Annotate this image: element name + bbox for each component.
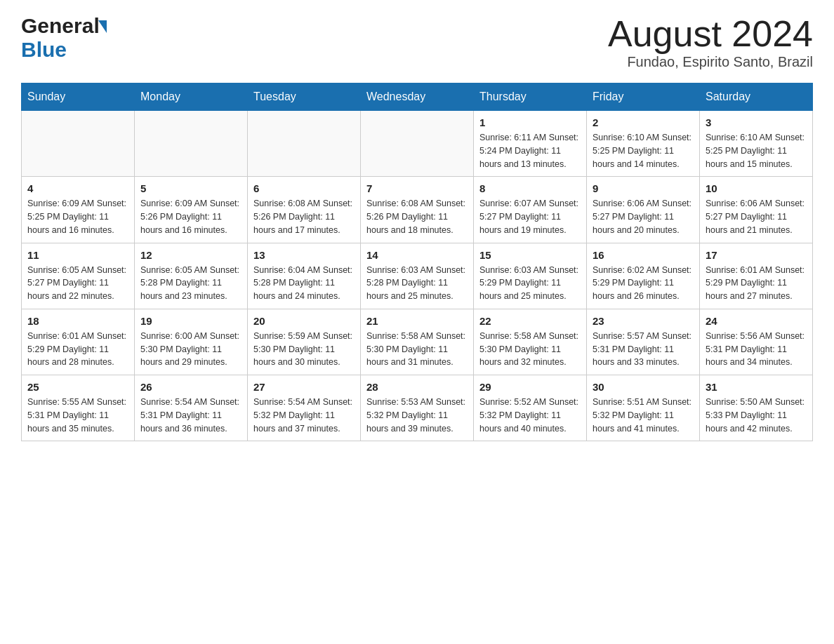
day-number: 19	[140, 315, 241, 327]
table-row: 17Sunrise: 6:01 AM Sunset: 5:29 PM Dayli…	[700, 243, 813, 309]
day-number: 12	[140, 249, 241, 261]
day-info: Sunrise: 6:06 AM Sunset: 5:27 PM Dayligh…	[706, 197, 807, 236]
table-row: 2Sunrise: 6:10 AM Sunset: 5:25 PM Daylig…	[587, 111, 700, 177]
day-number: 29	[479, 381, 581, 393]
day-info: Sunrise: 6:09 AM Sunset: 5:25 PM Dayligh…	[27, 197, 128, 236]
day-info: Sunrise: 6:01 AM Sunset: 5:29 PM Dayligh…	[27, 330, 128, 369]
table-row: 13Sunrise: 6:04 AM Sunset: 5:28 PM Dayli…	[248, 243, 361, 309]
table-row	[135, 111, 248, 177]
calendar-week-row: 11Sunrise: 6:05 AM Sunset: 5:27 PM Dayli…	[22, 243, 813, 309]
table-row: 30Sunrise: 5:51 AM Sunset: 5:32 PM Dayli…	[587, 375, 700, 441]
day-info: Sunrise: 6:06 AM Sunset: 5:27 PM Dayligh…	[593, 197, 694, 236]
day-info: Sunrise: 5:58 AM Sunset: 5:30 PM Dayligh…	[479, 330, 581, 369]
table-row: 27Sunrise: 5:54 AM Sunset: 5:32 PM Dayli…	[248, 375, 361, 441]
day-number: 22	[479, 315, 581, 327]
day-info: Sunrise: 6:07 AM Sunset: 5:27 PM Dayligh…	[479, 197, 581, 236]
table-row: 21Sunrise: 5:58 AM Sunset: 5:30 PM Dayli…	[361, 309, 474, 375]
calendar-title: August 2024	[608, 14, 813, 54]
header-saturday: Saturday	[700, 83, 813, 111]
calendar-week-row: 1Sunrise: 6:11 AM Sunset: 5:24 PM Daylig…	[22, 111, 813, 177]
calendar-table: Sunday Monday Tuesday Wednesday Thursday…	[21, 83, 813, 441]
day-info: Sunrise: 6:08 AM Sunset: 5:26 PM Dayligh…	[366, 197, 468, 236]
day-number: 15	[479, 249, 581, 261]
day-number: 11	[27, 249, 128, 261]
day-number: 16	[593, 249, 694, 261]
header-monday: Monday	[135, 83, 248, 111]
page-header: General Blue August 2024 Fundao, Espirit…	[21, 14, 813, 70]
table-row: 14Sunrise: 6:03 AM Sunset: 5:28 PM Dayli…	[361, 243, 474, 309]
table-row	[361, 111, 474, 177]
table-row: 28Sunrise: 5:53 AM Sunset: 5:32 PM Dayli…	[361, 375, 474, 441]
day-number: 27	[253, 381, 355, 393]
table-row: 6Sunrise: 6:08 AM Sunset: 5:26 PM Daylig…	[248, 177, 361, 243]
day-number: 2	[593, 116, 694, 128]
header-friday: Friday	[587, 83, 700, 111]
title-block: August 2024 Fundao, Espirito Santo, Braz…	[608, 14, 813, 70]
table-row: 23Sunrise: 5:57 AM Sunset: 5:31 PM Dayli…	[587, 309, 700, 375]
day-info: Sunrise: 6:09 AM Sunset: 5:26 PM Dayligh…	[140, 197, 241, 236]
calendar-subtitle: Fundao, Espirito Santo, Brazil	[608, 54, 813, 70]
table-row	[22, 111, 135, 177]
table-row: 10Sunrise: 6:06 AM Sunset: 5:27 PM Dayli…	[700, 177, 813, 243]
table-row: 16Sunrise: 6:02 AM Sunset: 5:29 PM Dayli…	[587, 243, 700, 309]
calendar-week-row: 18Sunrise: 6:01 AM Sunset: 5:29 PM Dayli…	[22, 309, 813, 375]
day-number: 14	[366, 249, 468, 261]
day-info: Sunrise: 5:54 AM Sunset: 5:32 PM Dayligh…	[253, 396, 355, 435]
table-row: 12Sunrise: 6:05 AM Sunset: 5:28 PM Dayli…	[135, 243, 248, 309]
table-row	[248, 111, 361, 177]
day-info: Sunrise: 5:52 AM Sunset: 5:32 PM Dayligh…	[479, 396, 581, 435]
day-number: 4	[27, 182, 128, 194]
day-info: Sunrise: 5:51 AM Sunset: 5:32 PM Dayligh…	[593, 396, 694, 435]
day-info: Sunrise: 5:50 AM Sunset: 5:33 PM Dayligh…	[706, 396, 807, 435]
day-number: 10	[706, 182, 807, 194]
table-row: 7Sunrise: 6:08 AM Sunset: 5:26 PM Daylig…	[361, 177, 474, 243]
day-number: 25	[27, 381, 128, 393]
day-info: Sunrise: 6:00 AM Sunset: 5:30 PM Dayligh…	[140, 330, 241, 369]
day-number: 20	[253, 315, 355, 327]
day-info: Sunrise: 6:05 AM Sunset: 5:28 PM Dayligh…	[140, 264, 241, 303]
day-number: 13	[253, 249, 355, 261]
day-info: Sunrise: 6:03 AM Sunset: 5:29 PM Dayligh…	[479, 264, 581, 303]
table-row: 11Sunrise: 6:05 AM Sunset: 5:27 PM Dayli…	[22, 243, 135, 309]
table-row: 9Sunrise: 6:06 AM Sunset: 5:27 PM Daylig…	[587, 177, 700, 243]
day-info: Sunrise: 6:08 AM Sunset: 5:26 PM Dayligh…	[253, 197, 355, 236]
day-number: 28	[366, 381, 468, 393]
day-info: Sunrise: 5:53 AM Sunset: 5:32 PM Dayligh…	[366, 396, 468, 435]
header-thursday: Thursday	[474, 83, 587, 111]
day-info: Sunrise: 6:04 AM Sunset: 5:28 PM Dayligh…	[253, 264, 355, 303]
day-number: 8	[479, 182, 581, 194]
day-number: 7	[366, 182, 468, 194]
day-number: 5	[140, 182, 241, 194]
day-number: 23	[593, 315, 694, 327]
day-info: Sunrise: 6:03 AM Sunset: 5:28 PM Dayligh…	[366, 264, 468, 303]
day-info: Sunrise: 6:10 AM Sunset: 5:25 PM Dayligh…	[593, 131, 694, 170]
logo-blue-text: Blue	[21, 38, 67, 61]
table-row: 18Sunrise: 6:01 AM Sunset: 5:29 PM Dayli…	[22, 309, 135, 375]
logo: General Blue	[21, 14, 107, 62]
day-number: 24	[706, 315, 807, 327]
calendar-header-row: Sunday Monday Tuesday Wednesday Thursday…	[22, 83, 813, 111]
day-info: Sunrise: 5:57 AM Sunset: 5:31 PM Dayligh…	[593, 330, 694, 369]
calendar-week-row: 25Sunrise: 5:55 AM Sunset: 5:31 PM Dayli…	[22, 375, 813, 441]
day-number: 26	[140, 381, 241, 393]
day-info: Sunrise: 5:58 AM Sunset: 5:30 PM Dayligh…	[366, 330, 468, 369]
header-wednesday: Wednesday	[361, 83, 474, 111]
day-info: Sunrise: 6:10 AM Sunset: 5:25 PM Dayligh…	[706, 131, 807, 170]
day-info: Sunrise: 6:01 AM Sunset: 5:29 PM Dayligh…	[706, 264, 807, 303]
table-row: 31Sunrise: 5:50 AM Sunset: 5:33 PM Dayli…	[700, 375, 813, 441]
day-number: 6	[253, 182, 355, 194]
table-row: 5Sunrise: 6:09 AM Sunset: 5:26 PM Daylig…	[135, 177, 248, 243]
calendar-week-row: 4Sunrise: 6:09 AM Sunset: 5:25 PM Daylig…	[22, 177, 813, 243]
day-number: 30	[593, 381, 694, 393]
table-row: 3Sunrise: 6:10 AM Sunset: 5:25 PM Daylig…	[700, 111, 813, 177]
day-number: 1	[479, 116, 581, 128]
day-number: 18	[27, 315, 128, 327]
day-number: 9	[593, 182, 694, 194]
day-info: Sunrise: 6:11 AM Sunset: 5:24 PM Dayligh…	[479, 131, 581, 170]
day-info: Sunrise: 5:56 AM Sunset: 5:31 PM Dayligh…	[706, 330, 807, 369]
table-row: 22Sunrise: 5:58 AM Sunset: 5:30 PM Dayli…	[474, 309, 587, 375]
day-info: Sunrise: 5:55 AM Sunset: 5:31 PM Dayligh…	[27, 396, 128, 435]
header-tuesday: Tuesday	[248, 83, 361, 111]
day-number: 3	[706, 116, 807, 128]
table-row: 19Sunrise: 6:00 AM Sunset: 5:30 PM Dayli…	[135, 309, 248, 375]
